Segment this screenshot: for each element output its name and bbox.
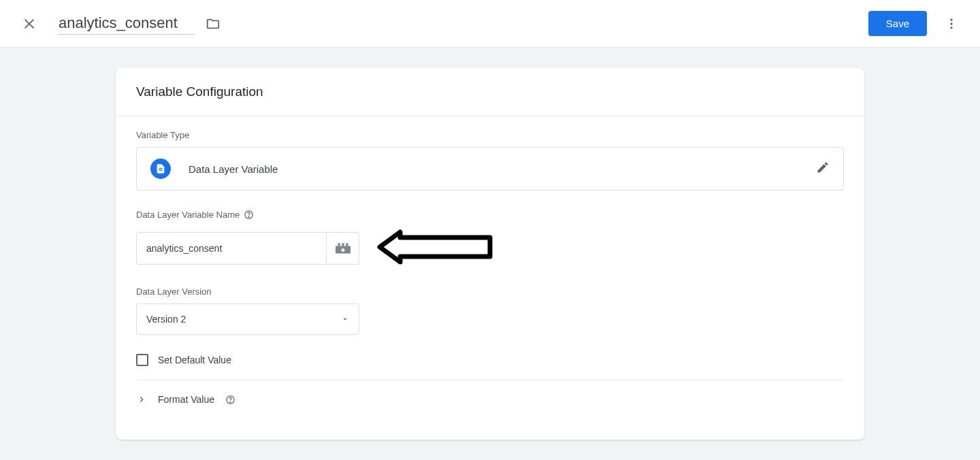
arrow-left-icon — [374, 227, 497, 267]
help-icon — [225, 395, 235, 405]
svg-rect-8 — [338, 243, 340, 246]
variable-config-card: Variable Configuration Variable Type Dat… — [116, 68, 864, 440]
folder-button[interactable] — [206, 16, 220, 31]
divider — [136, 380, 844, 380]
content-area: Variable Configuration Variable Type Dat… — [0, 48, 980, 460]
variable-name-input[interactable] — [59, 12, 195, 35]
svg-point-14 — [230, 401, 231, 402]
svg-rect-10 — [346, 243, 348, 246]
brick-plus-icon — [336, 243, 350, 254]
dropdown-icon — [341, 315, 349, 323]
svg-rect-9 — [342, 243, 344, 246]
dlv-name-label: Data Layer Variable Name — [136, 210, 844, 220]
kebab-icon — [945, 17, 958, 31]
set-default-row[interactable]: Set Default Value — [136, 354, 844, 366]
version-select[interactable]: Version 2 — [136, 303, 359, 335]
dlv-name-row — [136, 227, 844, 270]
variable-type-selector[interactable]: Data Layer Variable — [136, 147, 844, 191]
variable-type-name: Data Layer Variable — [189, 163, 278, 175]
save-button[interactable]: Save — [868, 11, 927, 36]
folder-icon — [206, 16, 220, 31]
help-button[interactable] — [244, 210, 254, 220]
insert-variable-button[interactable] — [327, 232, 359, 265]
card-header: Variable Configuration — [116, 68, 864, 116]
svg-point-2 — [950, 18, 952, 20]
svg-rect-12 — [341, 249, 344, 251]
format-value-label: Format Value — [158, 394, 214, 405]
svg-point-6 — [248, 216, 249, 217]
close-icon — [22, 16, 37, 31]
set-default-checkbox[interactable] — [136, 354, 148, 366]
version-value: Version 2 — [146, 314, 186, 325]
edit-type-icon[interactable] — [816, 161, 830, 177]
help-icon — [244, 210, 254, 220]
dlv-name-input[interactable] — [136, 232, 327, 265]
svg-point-3 — [950, 22, 952, 24]
card-body: Variable Type Data Layer Variable Data L… — [116, 116, 864, 424]
help-button[interactable] — [225, 395, 235, 405]
chevron-right-icon — [136, 394, 147, 405]
svg-point-4 — [950, 27, 952, 29]
more-options-button[interactable] — [939, 12, 964, 36]
set-default-label: Set Default Value — [158, 355, 231, 365]
version-label: Data Layer Version — [136, 286, 844, 297]
pencil-icon — [816, 161, 830, 174]
variable-type-label: Variable Type — [136, 130, 844, 140]
close-button[interactable] — [16, 11, 42, 37]
format-value-row[interactable]: Format Value — [136, 391, 844, 408]
annotation-arrow — [374, 227, 497, 270]
editor-header: Save — [0, 0, 980, 48]
card-title: Variable Configuration — [136, 84, 844, 99]
data-layer-type-icon — [150, 159, 171, 179]
